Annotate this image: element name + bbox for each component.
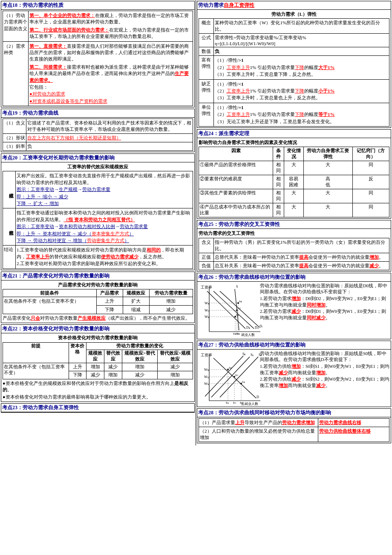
supply-shift-svg: 工资率 总就业人数 D S₀ S₁: [199, 350, 262, 408]
s20-p1-diagram: 图示：工资率变动→生产规模→劳动力需求量: [17, 186, 192, 193]
s25-pos-val: 总替代关系：意味着一种劳动力的工资率提高会促使另一种劳动力的就业量增加。: [214, 253, 389, 261]
s21-sub: 产品需求变化对劳动力需求数量的影响: [3, 282, 193, 288]
svg-text:工资率: 工资率: [201, 285, 212, 289]
section-18-content: （1）劳动力需求两个层面的含义 第一、单个企业的劳动力需求：在微观上，劳动力需求…: [1, 10, 194, 107]
formula-label: 公式: [199, 34, 214, 47]
section-27: 考点27：劳动力供给曲线移动对均衡位置的影响 工资率 总就业人数 D: [197, 341, 391, 407]
svg-text:W₂: W₂: [204, 368, 209, 372]
s22-note1: ●资本价格变化产生的规模效应和替代效应对于劳动力需求数量的影响在作用方向上是相反…: [3, 380, 193, 393]
s28-col2-row2: 劳动力供给曲线整体右移: [318, 427, 389, 442]
unit-content: （1）/弹性/=1 （2）工资率上升1% 引起劳动力需求量下降的幅度等于1% （…: [214, 103, 389, 126]
s20-p2: 指工资率变动通过影响资本和劳动力之间的相对投入比例而对劳动力需求量产生影响的作用…: [17, 210, 192, 223]
s25-concept-label: 含义: [199, 238, 214, 253]
section-26-content: 工资率 就业人数 S D₀ D₁: [197, 282, 391, 339]
section-27-content: 工资率 总就业人数 D S₀ S₁: [197, 350, 391, 407]
s25-concept-val: 指一种劳动力（男）的工资变化1%所引起的另一类劳动力（女）需求量变化的百分比。: [214, 238, 389, 253]
svg-text:S: S: [236, 285, 238, 289]
section-26-desc: 劳动力需求曲线移动对均衡位置的影响：原始线是D0线，即中间那条线。在劳动力供给曲…: [260, 283, 389, 338]
svg-text:S₀: S₀: [251, 353, 254, 357]
section-28-title: 考点28：劳动力供求曲线同时移动对劳动力市场均衡的影响: [197, 409, 391, 417]
section-22-content: 资本价格变化对劳动力需求数量的影响 前提 资本价格 劳动力需求数量的变化 规模效…: [1, 333, 194, 402]
s24-sub: 影响劳动力自身需求工资弹性的因素及变化情况: [199, 139, 389, 146]
unit-label: 单位弹性: [199, 103, 214, 126]
section-26-chart-area: 工资率 就业人数 S D₀ D₁: [199, 283, 389, 338]
svg-text:E₂: E₂: [240, 401, 243, 405]
section-19-content: （1）含义 它描述了在产品需求、资本价格以及可利用的生产技术等因素不变的情况下，…: [1, 118, 194, 152]
svg-text:A₂: A₂: [239, 300, 242, 303]
self-elasticity-content: 劳动力需求（L）弹性 概念 某种劳动力的工资率（W）变化1%所引起的此种劳动力的…: [197, 10, 391, 127]
section-24-title: 考点24：派生需求定理: [197, 130, 391, 138]
svg-text:A₁: A₁: [242, 380, 245, 384]
svg-text:S₁: S₁: [259, 353, 262, 357]
svg-text:W₀: W₀: [205, 309, 209, 312]
s28-col1-row1: （1）产品需求量上升导致对生产产品的劳动力需求增加: [199, 418, 318, 427]
rich-content: （1）/弹性/>1 （2）工资率上升1% 引起劳动力需求量下降的幅度大于1% （…: [214, 56, 389, 79]
svg-line-6: [213, 291, 254, 329]
svg-text:W₀: W₀: [204, 375, 209, 379]
s25-sub: 劳动力需求的交叉工资弹性: [199, 230, 389, 237]
section-21: 考点21：产品需求变化对劳动力需求数量的影响 产品需求变化对劳动力需求数量的影响…: [1, 272, 195, 324]
svg-text:总就业人数: 总就业人数: [241, 402, 258, 406]
svg-text:D₁: D₁: [246, 326, 250, 330]
s18-p1: 第一、单个企业的劳动力需求：在微观上，劳动力需求是指在一定的市场工资率水平上，企…: [29, 12, 192, 26]
section-21-content: 产品需求变化对劳动力需求数量的影响 前提条件 产品需求 规模效应 劳动力需求数量…: [1, 280, 194, 323]
s18-p3: 第一、直接需求：直接需求是指人们对那些能够直接满足自己的某种需要的商品所产生的需…: [29, 43, 192, 63]
section-28-content: （1）产品需求量上升导致对生产产品的劳动力需求增加 劳动力需求曲线右移 （2）人…: [197, 417, 391, 443]
s25-neg-val: 总互补关系：意味着一种劳动力的工资率提高会促使另一种劳动力的就业量减少。: [214, 261, 389, 270]
section-18: 考点18：劳动力需求的性质 （1）劳动力需求两个层面的含义 第一、单个企业的劳动…: [1, 1, 195, 107]
demand-shift-svg: 工资率 就业人数 S D₀ D₁: [199, 283, 262, 338]
section-24-content: 影响劳动力自身需求工资弹性的因素及变化情况 因素 条件 变化情况 劳动力自身需求…: [197, 138, 391, 218]
svg-text:W₁: W₁: [204, 382, 209, 386]
svg-text:D₂: D₂: [259, 324, 262, 328]
s18-b1: ●对劳动力的需求: [29, 91, 192, 97]
svg-line-38: [220, 357, 258, 397]
svg-text:就业人数: 就业人数: [241, 333, 255, 337]
value-label: 数值: [199, 47, 214, 56]
section-23: 考点23：劳动力需求自身工资弹性: [1, 403, 195, 413]
section-24: 考点24：派生需求定理 影响劳动力自身需求工资弹性的因素及变化情况 因素 条件 …: [197, 129, 391, 219]
concept-label: 概念: [199, 19, 214, 34]
svg-text:D: D: [257, 395, 259, 399]
section-28: 考点28：劳动力供求曲线同时移动对劳动力市场均衡的影响 （1）产品需求量上升导致…: [197, 408, 391, 443]
svg-text:W₁: W₁: [205, 315, 209, 319]
section-21-title: 考点21：产品需求变化对劳动力需求数量的影响: [1, 272, 194, 280]
s20-sub: 工资率的替代效应和规模效应: [3, 164, 193, 170]
s22-sub: 资本价格变化对劳动力需求数量的影响: [3, 335, 193, 341]
section-20: 考点20：工资率变化对长期劳动力需求数量的影响 工资率的替代效应和规模效应 规模…: [1, 153, 195, 270]
section-27-desc: 劳动力供给曲线移动对均衡位置的影响：原始线是S0线，即中间那条线。在劳动力需求曲…: [260, 350, 389, 406]
section-20-title: 考点20：工资率变化对长期劳动力需求数量的影响: [1, 154, 194, 162]
section-20-content: 工资率的替代效应和规模效应 规模效应 又称产出效应。指工资率变动首先直接作用于生…: [1, 162, 194, 269]
s20-p1: 又称产出效应。指工资率变动首先直接作用于生产规模或产出规模，然后再进一步影响劳动…: [17, 173, 192, 186]
formula-val: 需求弹性=劳动力需求变动量%/工资率变动%η=[(L1-L0)/L0]/[(W1…: [214, 34, 389, 47]
s18-b2: ●对资本或机器设备等生产资料的需求: [29, 98, 192, 104]
s22-note2: ●资本价格变化对劳动力需求的最终影响将取决于哪种效应的力量更大。: [3, 394, 193, 400]
section-26-title: 考点26：劳动力需求曲线移动对均衡位置的影响: [197, 273, 391, 282]
elasticity-sub: 劳动力需求（L）弹性: [199, 11, 389, 17]
svg-text:S₂: S₂: [242, 352, 245, 356]
s20-p1-a1: 即：上升 → 缩小 → 减少: [17, 194, 192, 200]
s20-p1-a2: 下降 → 扩大 → 增加: [17, 200, 192, 207]
section-25-title: 考点25：劳动力需求的交叉工资弹性: [197, 220, 391, 229]
s18-label2: （2）需求种类: [4, 43, 27, 56]
svg-text:A₁: A₁: [236, 313, 239, 317]
section-self-elasticity: 劳动力需求自身工资弹性 劳动力需求（L）弹性 概念 某种劳动力的工资率（W）变化…: [197, 1, 391, 128]
svg-text:E₂: E₂: [237, 332, 240, 335]
svg-text:A₂: A₂: [228, 366, 232, 370]
s18-p4: 第二、间接需求：接需求有时也被称为派生需求，这种需求是由于对某种能够给人带来满足…: [29, 64, 192, 84]
section-27-title: 考点27：劳动力供给曲线移动对均衡位置的影响: [197, 341, 391, 350]
s28-col1-row2: （2）人口和劳动力数量的增加又必然使劳动力供给总量增加: [199, 427, 318, 442]
section-25: 考点25：劳动力需求的交叉工资弹性 劳动力需求的交叉工资弹性 含义 指一种劳动力…: [197, 220, 391, 271]
section-22-title: 考点22：资本价格变化对劳动力需求数量的影响: [1, 325, 194, 333]
svg-text:E₀: E₀: [233, 401, 236, 405]
s20-p2-a2: 下降 → 劳动力相对便宜 → 增加（劳动密集生产方式）: [17, 237, 192, 244]
svg-text:A₀: A₀: [235, 373, 238, 377]
s28-col2-row1: 劳动力需求曲线右移: [318, 418, 389, 427]
s20-conclusion2: 2.工资率变动对长期劳动力需求的影响是两种效应所引起的变化之和。: [17, 260, 192, 267]
lack-label: 缺乏弹性: [199, 79, 214, 103]
svg-line-36: [211, 357, 250, 397]
section-23-title: 考点23：劳动力需求自身工资弹性: [1, 404, 194, 412]
value-val: 负: [214, 47, 389, 56]
section-19: 考点19：劳动力需求曲线 （1）含义 它描述了在产品需求、资本价格以及可利用的生…: [1, 109, 195, 152]
lack-content: （1）/弹性/<1 （2）工资率上升1% 引起劳动力需求量下降的幅度小于1% （…: [214, 79, 389, 103]
svg-text:A₀: A₀: [237, 306, 241, 310]
